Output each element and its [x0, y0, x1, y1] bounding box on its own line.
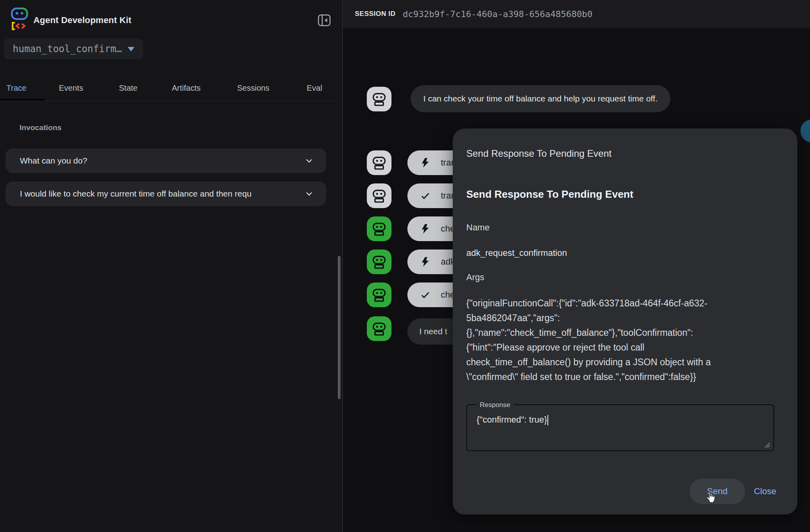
bot-avatar: [367, 150, 391, 175]
robot-icon: [371, 220, 387, 237]
invocation-text: I would like to check my current time of…: [20, 189, 298, 199]
dropdown-caret-icon: [128, 47, 134, 51]
invocation-text: What can you do?: [20, 156, 298, 166]
response-field-label: Response: [477, 401, 514, 409]
tabbar-divider: [0, 101, 343, 101]
tab-sessions[interactable]: Sessions: [237, 84, 269, 93]
args-label: Args: [466, 272, 484, 283]
bot-avatar: [367, 183, 391, 208]
invocation-item-1[interactable]: What can you do?: [6, 148, 326, 173]
bolt-icon: [420, 257, 430, 267]
agent-avatar: [367, 283, 391, 307]
agent-avatar: [367, 216, 391, 241]
tab-artifacts[interactable]: Artifacts: [172, 84, 201, 93]
app-title: Agent Development Kit: [33, 15, 131, 25]
bolt-icon: [420, 224, 430, 234]
invocations-title: Invocations: [19, 123, 62, 132]
send-button[interactable]: Send: [689, 479, 745, 504]
args-value: {"originalFunctionCall":{"id":"adk-63371…: [466, 296, 745, 384]
collapse-panel-icon[interactable]: [317, 14, 331, 26]
agent-avatar: [367, 249, 391, 274]
tab-events[interactable]: Events: [59, 84, 83, 93]
response-textarea[interactable]: Response {"confirmed": true}: [466, 404, 774, 451]
chevron-down-icon[interactable]: [304, 189, 314, 199]
check-icon: [420, 290, 430, 300]
tab-trace[interactable]: Trace: [6, 84, 26, 93]
bot-message-bubble: I can check your time off balance and he…: [411, 85, 670, 112]
sidebar-scrollbar-thumb[interactable]: [338, 256, 341, 399]
close-button[interactable]: Close: [748, 479, 782, 504]
robot-icon: [371, 187, 387, 204]
dialog-title: Send Response To Pending Event: [466, 148, 611, 159]
robot-icon: [371, 253, 387, 270]
tabbar: Trace Events State Artifacts Sessions Ev…: [0, 78, 343, 103]
name-value: adk_request_confirmation: [466, 248, 567, 258]
session-id-value: dc932b9f-7c16-460a-a398-656a485680b0: [403, 9, 592, 19]
robot-icon: [371, 91, 387, 107]
session-id-label: SESSION ID: [355, 10, 395, 18]
sidebar: Agent Development Kit human_tool_confirm…: [0, 0, 343, 532]
dialog-actions: Send Close: [453, 479, 784, 504]
agent-select-dropdown[interactable]: human_tool_confirm…: [4, 39, 143, 59]
bolt-icon: [420, 158, 430, 168]
response-field-value: {"confirmed": true}: [477, 415, 548, 425]
robot-icon: [371, 286, 387, 303]
check-icon: [420, 191, 430, 201]
robot-icon: [371, 154, 387, 171]
agent-select-value: human_tool_confirm…: [13, 43, 124, 55]
invocation-item-2[interactable]: I would like to check my current time of…: [6, 181, 326, 206]
robot-icon: [371, 320, 387, 337]
send-response-dialog: Send Response To Pending Event Send Resp…: [453, 129, 797, 514]
tab-eval[interactable]: Eval: [307, 84, 322, 93]
app-window: Agent Development Kit human_tool_confirm…: [0, 0, 810, 532]
text-caret: [547, 415, 548, 425]
adk-logo-icon: [8, 6, 31, 32]
dialog-heading: Send Response To Pending Event: [466, 188, 633, 201]
bot-avatar: [367, 87, 391, 111]
name-label: Name: [466, 222, 490, 233]
session-bar: SESSION ID dc932b9f-7c16-460a-a398-656a4…: [343, 0, 810, 28]
agent-avatar: [367, 316, 391, 341]
resize-handle-icon[interactable]: [765, 442, 770, 448]
tab-state[interactable]: State: [119, 84, 138, 93]
chevron-down-icon[interactable]: [304, 156, 314, 166]
